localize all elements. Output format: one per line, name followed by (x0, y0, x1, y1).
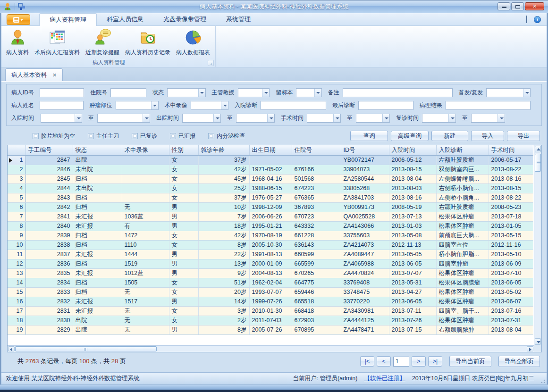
remark-input[interactable] (343, 88, 453, 97)
discharge-date-to-select[interactable] (236, 114, 275, 123)
dropdown-arrow-icon[interactable] (333, 114, 340, 122)
table-row[interactable]: 12847出院女37岁YB00721472006-05-12左额叶胶质瘤2006… (8, 155, 533, 165)
col-status[interactable]: 状态 (73, 145, 122, 155)
dropdown-arrow-icon[interactable] (143, 114, 150, 122)
scroll-down-button[interactable] (535, 338, 541, 345)
col-admission-date[interactable]: 入院时间 (389, 145, 436, 155)
app-menu-button[interactable] (7, 14, 30, 25)
v-scroll-thumb[interactable] (535, 154, 541, 172)
dropdown-arrow-icon[interactable] (198, 89, 205, 97)
search-button[interactable]: 查询 (350, 131, 388, 141)
revisit-date-from-select[interactable] (422, 114, 456, 123)
dropdown-arrow-icon[interactable] (221, 101, 228, 109)
import-button[interactable]: 导入 (471, 131, 504, 141)
dropdown-arrow-icon[interactable] (382, 114, 389, 122)
ribbon-tab-disc-tape-management[interactable]: 光盘录像带管理 (153, 13, 216, 26)
h-scrollbar[interactable] (8, 345, 534, 352)
dropdown-arrow-icon[interactable] (314, 89, 321, 97)
ribbon-tab-patient-data-management[interactable]: 病人资料管理 (39, 13, 97, 26)
export-current-page-button[interactable]: 导出当前页 (449, 356, 491, 367)
intraop-video-select[interactable] (191, 101, 228, 110)
tumor-site-select[interactable] (116, 101, 159, 110)
pager-prev-button[interactable]: < (377, 356, 391, 367)
revisit-reminder-button[interactable]: 近期复诊提醒 (83, 27, 122, 57)
patient-report-button[interactable]: 病人数据报表 (173, 27, 213, 57)
table-row[interactable]: 142834归档1505女51岁1962-02-0466477533769408… (8, 278, 533, 287)
scroll-left-button[interactable] (8, 346, 15, 351)
admission-no-input[interactable] (110, 88, 146, 97)
checkbox-reported[interactable]: 已汇报 (170, 132, 195, 140)
about-button[interactable]: i (534, 16, 541, 23)
final-diagnosis-input[interactable] (358, 101, 413, 110)
checkbox-revisited[interactable]: 已复诊 (132, 132, 157, 140)
col-gender[interactable]: 性别 (169, 145, 198, 155)
registered-link[interactable]: 【软件已注册】 (364, 375, 405, 383)
scroll-up-button[interactable] (535, 146, 541, 152)
dropdown-arrow-icon[interactable] (75, 114, 82, 122)
dropdown-arrow-icon[interactable] (267, 114, 274, 122)
admission-date-to-select[interactable] (97, 114, 150, 123)
table-row[interactable]: 32845归档女45岁1968-04-16501568ZA25805442013… (8, 174, 533, 183)
advanced-search-button[interactable]: 高级查询 (391, 131, 429, 141)
table-row[interactable]: 172831未汇报无女3岁2010-01-30668418ZA343098120… (8, 306, 533, 316)
col-intraop-video[interactable]: 术中录像 (122, 145, 169, 155)
new-button[interactable]: 新建 (431, 131, 468, 141)
export-button[interactable]: 导出 (507, 131, 540, 141)
table-row[interactable]: 182830出院无女2岁2011-07-03672903ZA4444125201… (8, 316, 533, 325)
postop-report-data-button[interactable]: 术后病人汇报资料 (32, 27, 83, 57)
maximize-button[interactable] (511, 2, 524, 10)
chief-professor-select[interactable] (238, 88, 270, 97)
pager-last-button[interactable]: >| (428, 356, 442, 367)
table-row[interactable]: 22846未出院女42岁1971-05-02676166339040732013… (8, 165, 533, 174)
patient-name-input[interactable] (40, 101, 84, 110)
scroll-right-button[interactable] (527, 346, 533, 351)
surgery-date-to-select[interactable] (356, 114, 390, 123)
pager-first-button[interactable]: |< (360, 356, 374, 367)
admission-date-from-select[interactable] (41, 114, 82, 123)
dropdown-arrow-icon[interactable] (213, 114, 220, 122)
specimen-select[interactable] (296, 88, 321, 97)
minimize-button[interactable] (497, 2, 510, 10)
surgery-date-from-select[interactable] (307, 114, 341, 123)
patient-history-button[interactable]: 病人资料历史记录 (122, 27, 173, 57)
ribbon-tab-department-staff-info[interactable]: 科室人员信息 (97, 13, 153, 26)
dropdown-arrow-icon[interactable] (262, 89, 269, 97)
table-row[interactable]: 162832未汇报1517男14岁1999-07-266655183377022… (8, 297, 533, 306)
page-number-input[interactable] (393, 357, 409, 367)
patient-data-button[interactable]: 病人资料 (3, 27, 32, 57)
col-id-no[interactable]: ID号 (341, 145, 389, 155)
revisit-date-to-select[interactable] (471, 114, 505, 123)
v-scrollbar[interactable] (534, 145, 541, 345)
col-visit-age[interactable]: 就诊年龄 (198, 145, 249, 155)
first-relapse-select[interactable] (486, 88, 531, 97)
col-admission-diagnosis[interactable]: 入院诊断 (436, 145, 489, 155)
dropdown-arrow-icon[interactable] (151, 101, 158, 109)
col-row-indicator[interactable] (8, 145, 25, 155)
checkbox-endocrine-exam[interactable]: 内分泌检查 (208, 132, 245, 140)
col-admission-no[interactable]: 住院号 (292, 145, 341, 155)
col-birth-date[interactable]: 出生日期 (249, 145, 292, 155)
dialog-launcher-button[interactable]: ⌟ (208, 60, 214, 66)
table-row[interactable]: 52843归档女37岁1976-05-27676365ZA38417032013… (8, 193, 533, 202)
dropdown-arrow-icon[interactable] (523, 89, 530, 97)
checkbox-chief-surgeon[interactable]: 主任主刀 (88, 132, 119, 140)
table-row[interactable]: 112837未汇报1444男22岁1991-08-13660599ZA40894… (8, 250, 533, 259)
table-row[interactable]: 152833归档无女20岁1993-07-0765944633748475201… (8, 287, 533, 297)
table-row[interactable]: 72841未汇报1036蓝男7岁2006-06-26670723QA002552… (8, 212, 533, 221)
table-row[interactable]: 122836归档1519男13岁2000-01-09665599ZA406598… (8, 259, 533, 268)
document-tab[interactable]: 病人基本资料 ✕ (5, 68, 63, 81)
pager-next-button[interactable]: > (412, 356, 426, 367)
dropdown-arrow-icon[interactable] (497, 114, 505, 122)
dropdown-arrow-icon[interactable] (448, 114, 455, 122)
table-row[interactable]: 42844未出院女25岁1988-06-15674223338052682013… (8, 183, 533, 193)
resize-grip[interactable] (540, 378, 545, 384)
col-surgery-date[interactable]: 手术时间 (489, 145, 533, 155)
export-all-pages-button[interactable]: 导出全部页 (498, 356, 540, 367)
table-row[interactable]: 132835未汇报1012蓝男9岁2004-08-13670265ZA44708… (8, 268, 533, 278)
table-row[interactable]: 82840未汇报有男18岁1995-01-21643332ZA414306620… (8, 221, 533, 231)
close-button[interactable]: ✕ (525, 2, 544, 10)
h-scroll-thumb[interactable] (15, 346, 157, 351)
ribbon-tab-system-management[interactable]: 系统管理 (216, 13, 261, 26)
status-select[interactable] (167, 88, 205, 97)
checkbox-film-address-empty[interactable]: 胶片地址为空 (33, 132, 75, 140)
